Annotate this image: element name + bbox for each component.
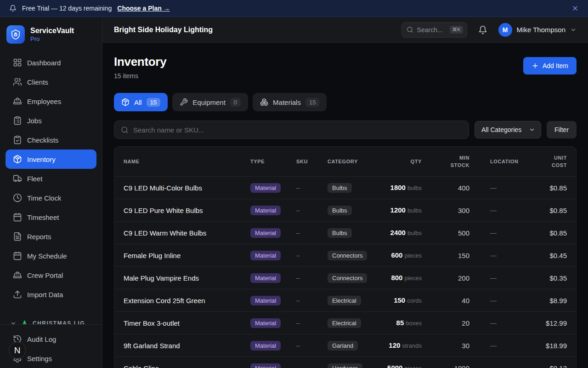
cell-type: Material — [250, 341, 296, 351]
sidebar: ServiceVault Pro Dashboard Clients Emplo… — [0, 17, 102, 368]
cell-unit-cost: $18.99 — [538, 342, 567, 350]
sidebar-item-inventory[interactable]: Inventory — [6, 150, 96, 169]
type-tabs: All 15 Equipment 0 Materials 15 — [114, 93, 577, 111]
notifications-bell-icon[interactable] — [478, 25, 487, 34]
cell-name: C9 LED Multi-Color Bulbs — [124, 184, 250, 192]
cell-name: Female Plug Inline — [124, 252, 250, 259]
cell-type: Material — [250, 296, 296, 305]
cell-name: C9 LED Warm White Bulbs — [124, 229, 250, 237]
cell-location: — — [469, 207, 538, 214]
sidebar-item-label: Crew Portal — [27, 271, 63, 279]
table-row[interactable]: C9 LED Pure White Bulbs Material – Bulbs… — [114, 199, 576, 221]
sidebar-item-timesheet[interactable]: Timesheet — [6, 207, 96, 227]
cell-category: Hardware — [328, 363, 378, 368]
table-search-input[interactable] — [133, 126, 462, 134]
sidebar-item-crew-portal[interactable]: Crew Portal — [6, 265, 96, 285]
table-row[interactable]: Timer Box 3-outlet Material – Electrical… — [114, 311, 576, 334]
sidebar-item-time-clock[interactable]: Time Clock — [6, 188, 96, 207]
cell-category: Electrical — [328, 296, 378, 305]
column-header-category: Category — [328, 158, 378, 166]
bell-icon — [9, 5, 17, 12]
table-row[interactable]: C9 LED Multi-Color Bulbs Material – Bulb… — [114, 176, 576, 199]
sidebar-item-reports[interactable]: Reports — [6, 227, 96, 246]
type-badge: Material — [250, 273, 281, 283]
sidebar-section-label: CHRISTMAS LIG — [33, 320, 85, 325]
table-row[interactable]: Cable Clips Material – Hardware 5000piec… — [114, 356, 576, 368]
cell-location: — — [469, 342, 538, 349]
sidebar-nav: Dashboard Clients Employees Jobs Checkli… — [0, 50, 102, 312]
sidebar-item-label: Checklists — [27, 136, 58, 144]
trial-banner: Free Trial — 12 days remaining Choose a … — [0, 0, 588, 17]
cell-name: Cable Clips — [124, 364, 250, 368]
cell-unit-cost: $0.35 — [538, 274, 567, 282]
category-pill: Bulbs — [328, 206, 352, 215]
tab-equipment[interactable]: Equipment 0 — [172, 93, 248, 111]
cell-sku: – — [296, 297, 328, 304]
column-header-qty: Qty — [378, 158, 422, 166]
category-pill: Connectors — [328, 251, 367, 260]
tab-label: Equipment — [192, 98, 226, 106]
dev-indicator-badge[interactable]: N — [9, 342, 26, 359]
cell-sku: – — [296, 207, 328, 214]
brand-tier: Pro — [30, 35, 74, 42]
brand: ServiceVault Pro — [0, 17, 102, 50]
category-pill: Electrical — [328, 296, 361, 305]
table-row[interactable]: C9 LED Warm White Bulbs Material – Bulbs… — [114, 221, 576, 244]
chevron-down-icon — [570, 27, 577, 33]
sidebar-item-clients[interactable]: Clients — [6, 72, 96, 92]
category-pill: Hardware — [328, 363, 362, 368]
table-row[interactable]: Male Plug Vampire Ends Material – Connec… — [114, 266, 576, 289]
cell-min-stock: 150 — [422, 252, 469, 259]
type-badge: Material — [250, 206, 281, 215]
chevron-down-icon — [529, 126, 535, 133]
type-badge: Material — [250, 228, 281, 238]
sidebar-item-checklists[interactable]: Checklists — [6, 130, 96, 150]
cell-location: — — [469, 364, 538, 368]
sidebar-item-label: Inventory — [27, 155, 56, 163]
item-count: 15 items — [114, 72, 166, 80]
tab-materials[interactable]: Materials 15 — [253, 93, 327, 111]
choose-plan-link[interactable]: Choose a Plan → — [117, 5, 170, 12]
category-pill: Bulbs — [328, 183, 352, 193]
cell-type: Material — [250, 318, 296, 328]
global-search-button[interactable]: Search... ⌘K — [401, 22, 467, 38]
cell-type: Material — [250, 206, 296, 215]
category-select-value: All Categories — [481, 126, 521, 133]
sidebar-section-christmas[interactable]: CHRISTMAS LIG — [0, 320, 102, 324]
cell-qty: 1200bulbs — [378, 206, 422, 214]
trial-banner-text: Free Trial — 12 days remaining — [22, 5, 112, 12]
sidebar-item-my-schedule[interactable]: My Schedule — [6, 246, 96, 265]
table-row[interactable]: Extension Cord 25ft Green Material – Ele… — [114, 289, 576, 311]
sidebar-item-label: Settings — [27, 355, 52, 362]
cell-min-stock: 40 — [422, 297, 469, 305]
sidebar-item-jobs[interactable]: Jobs — [6, 111, 96, 130]
plus-icon — [531, 62, 539, 69]
cell-qty: 5000pieces — [378, 364, 422, 368]
user-menu[interactable]: M Mike Thompson — [498, 23, 577, 37]
table-row[interactable]: Female Plug Inline Material – Connectors… — [114, 244, 576, 266]
shield-lock-logo-icon — [6, 25, 25, 44]
sidebar-item-import-data[interactable]: Import Data — [6, 285, 96, 304]
close-icon[interactable] — [571, 5, 579, 12]
table-header-row: NameTypeSKUCategoryQtyMin StockLocationU… — [114, 147, 576, 176]
cell-min-stock: 20 — [422, 319, 469, 327]
table-search — [114, 121, 469, 139]
cell-qty: 800pieces — [378, 274, 422, 282]
sidebar-item-employees[interactable]: Employees — [6, 92, 96, 111]
filter-button[interactable]: Filter — [547, 121, 577, 138]
calendar-icon — [13, 213, 22, 222]
table-row[interactable]: 9ft Garland Strand Material – Garland 12… — [114, 334, 576, 356]
cell-qty: 85boxes — [378, 319, 422, 327]
add-item-button[interactable]: Add Item — [523, 57, 577, 75]
category-select[interactable]: All Categories — [475, 121, 541, 138]
clipboard-list-icon — [13, 116, 22, 125]
tab-all[interactable]: All 15 — [114, 93, 168, 111]
search-icon — [121, 126, 129, 134]
sidebar-item-fleet[interactable]: Fleet — [6, 169, 96, 188]
cell-location: — — [469, 319, 538, 327]
cell-name: Extension Cord 25ft Green — [124, 297, 250, 305]
sidebar-item-label: Reports — [27, 233, 51, 241]
sidebar-item-dashboard[interactable]: Dashboard — [6, 53, 96, 72]
sidebar-item-label: Import Data — [27, 291, 63, 299]
user-name: Mike Thompson — [517, 26, 565, 34]
